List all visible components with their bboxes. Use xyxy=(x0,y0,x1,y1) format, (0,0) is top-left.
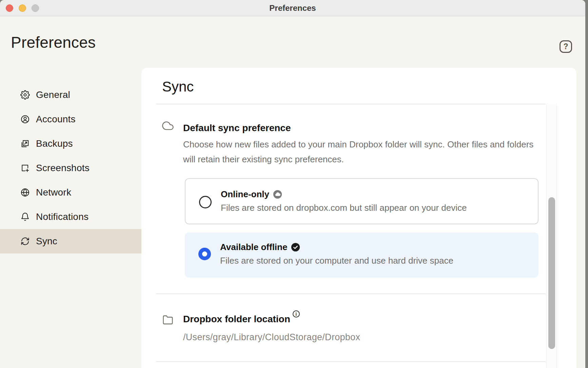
user-circle-icon xyxy=(20,115,30,124)
option-text: Online-only Files are stored on dropbox.… xyxy=(221,189,531,213)
content-title: Sync xyxy=(162,79,194,95)
window-body: Preferences ? General Accounts Backups xyxy=(0,16,585,368)
zoom-button[interactable] xyxy=(32,4,39,12)
sidebar-item-label: Sync xyxy=(36,236,57,247)
titlebar: Preferences xyxy=(0,0,585,16)
info-icon[interactable]: i xyxy=(293,310,300,318)
sidebar-item-label: Screenshots xyxy=(36,163,90,173)
folder-location-heading-text: Dropbox folder location xyxy=(183,314,290,324)
sidebar-item-label: Notifications xyxy=(36,211,89,222)
option-label: Online-only xyxy=(221,189,269,200)
option-title-row: Available offline xyxy=(220,242,532,252)
sidebar-item-backups[interactable]: Backups xyxy=(0,131,141,156)
divider xyxy=(156,361,546,362)
sidebar-item-label: Accounts xyxy=(36,114,76,125)
radio-available-offline[interactable] xyxy=(198,248,211,260)
folder-location-heading: Dropbox folder locationi xyxy=(183,314,300,325)
check-badge-icon xyxy=(291,243,300,252)
option-online-only[interactable]: Online-only Files are stored on dropbox.… xyxy=(185,178,538,224)
sync-preference-heading: Default sync preference xyxy=(183,123,291,134)
sidebar-item-label: Network xyxy=(36,187,71,198)
divider xyxy=(156,104,546,104)
option-available-offline[interactable]: Available offline Files are stored on yo… xyxy=(185,232,538,278)
help-icon[interactable]: ? xyxy=(560,40,572,53)
radio-online-only[interactable] xyxy=(199,196,212,208)
traffic-lights xyxy=(6,4,39,12)
globe-icon xyxy=(20,188,30,197)
screenshots-icon xyxy=(20,163,30,173)
sidebar-item-sync[interactable]: Sync xyxy=(0,229,141,253)
sidebar: General Accounts Backups Screenshots xyxy=(0,83,141,253)
folder-icon xyxy=(162,314,174,325)
content-panel: Sync Default sync preference Choose how … xyxy=(141,68,576,368)
option-title-row: Online-only xyxy=(221,189,531,200)
cloud-badge-icon xyxy=(273,190,282,199)
sidebar-item-screenshots[interactable]: Screenshots xyxy=(0,156,141,180)
minimize-button[interactable] xyxy=(19,4,26,12)
sidebar-item-label: Backups xyxy=(36,138,73,149)
close-button[interactable] xyxy=(6,4,13,12)
sidebar-item-general[interactable]: General xyxy=(0,83,141,107)
gear-icon xyxy=(20,90,30,100)
backup-icon xyxy=(20,139,30,148)
cloud-icon xyxy=(161,120,174,131)
scrollbar-track[interactable] xyxy=(546,104,557,368)
option-label: Available offline xyxy=(220,242,287,252)
option-description: Files are stored on dropbox.com but stil… xyxy=(221,203,531,213)
divider xyxy=(156,293,546,294)
sidebar-item-network[interactable]: Network xyxy=(0,180,141,205)
scrollbar-thumb[interactable] xyxy=(548,197,555,349)
sidebar-item-notifications[interactable]: Notifications xyxy=(0,205,141,229)
folder-location-path: /Users/gray/Library/CloudStorage/Dropbox xyxy=(183,332,360,343)
bell-icon xyxy=(20,212,30,222)
option-text: Available offline Files are stored on yo… xyxy=(220,242,532,266)
sync-icon xyxy=(20,237,30,246)
sidebar-item-label: General xyxy=(36,89,70,100)
sync-preference-description: Choose how new files added to your main … xyxy=(183,137,548,167)
preferences-window: Preferences Preferences ? General Accoun… xyxy=(0,0,585,368)
window-title: Preferences xyxy=(0,0,585,16)
option-description: Files are stored on your computer and us… xyxy=(220,255,532,266)
page-title: Preferences xyxy=(11,33,96,52)
sidebar-item-accounts[interactable]: Accounts xyxy=(0,107,141,131)
